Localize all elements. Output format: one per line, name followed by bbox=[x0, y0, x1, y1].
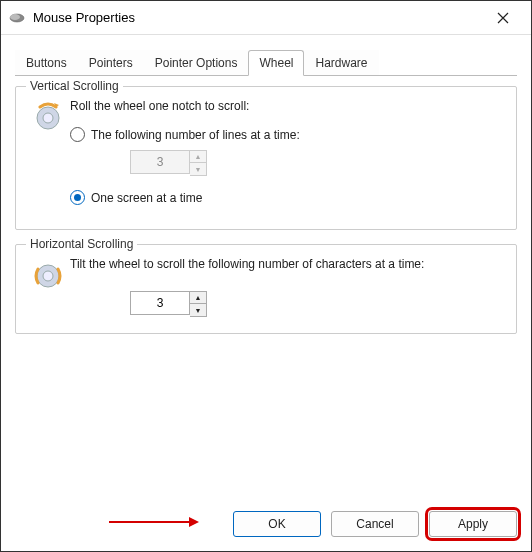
chars-spinner-buttons: ▲ ▼ bbox=[190, 291, 207, 317]
tab-pointers[interactable]: Pointers bbox=[78, 50, 144, 76]
tab-pointer-options[interactable]: Pointer Options bbox=[144, 50, 249, 76]
chars-spinner[interactable]: ▲ ▼ bbox=[130, 291, 506, 317]
titlebar: Mouse Properties bbox=[1, 1, 531, 35]
radio-lines-circle bbox=[70, 127, 85, 142]
svg-point-5 bbox=[43, 271, 53, 281]
lines-spinner: ▲ ▼ bbox=[130, 150, 506, 176]
tab-wheel[interactable]: Wheel bbox=[248, 50, 304, 76]
window-title: Mouse Properties bbox=[33, 10, 483, 25]
radio-lines-label: The following number of lines at a time: bbox=[91, 128, 300, 142]
radio-lines-option[interactable]: The following number of lines at a time: bbox=[70, 127, 506, 142]
mouse-properties-dialog: Mouse Properties Buttons Pointers Pointe… bbox=[0, 0, 532, 552]
horizontal-scrolling-group: Horizontal Scrolling Tilt the wheel to s… bbox=[15, 244, 517, 334]
tab-strip: Buttons Pointers Pointer Options Wheel H… bbox=[1, 35, 531, 75]
vertical-group-title: Vertical Scrolling bbox=[26, 79, 123, 93]
chars-spinner-down[interactable]: ▼ bbox=[190, 304, 206, 316]
vertical-scrolling-group: Vertical Scrolling Roll the wheel one no… bbox=[15, 86, 517, 230]
chars-spinner-up[interactable]: ▲ bbox=[190, 292, 206, 304]
annotation-arrow bbox=[109, 517, 199, 527]
lines-spinner-up: ▲ bbox=[190, 151, 206, 163]
svg-point-1 bbox=[10, 14, 20, 20]
ok-button[interactable]: OK bbox=[233, 511, 321, 537]
mouse-icon bbox=[9, 10, 25, 26]
cancel-button[interactable]: Cancel bbox=[331, 511, 419, 537]
radio-screen-label: One screen at a time bbox=[91, 191, 202, 205]
lines-spinner-buttons: ▲ ▼ bbox=[190, 150, 207, 176]
wheel-horizontal-icon bbox=[26, 257, 70, 291]
close-button[interactable] bbox=[483, 3, 523, 33]
apply-button[interactable]: Apply bbox=[429, 511, 517, 537]
tab-content: Vertical Scrolling Roll the wheel one no… bbox=[1, 76, 531, 501]
tab-hardware[interactable]: Hardware bbox=[304, 50, 378, 76]
tab-buttons[interactable]: Buttons bbox=[15, 50, 78, 76]
radio-screen-option[interactable]: One screen at a time bbox=[70, 190, 506, 205]
lines-spinner-down: ▼ bbox=[190, 163, 206, 175]
wheel-vertical-icon bbox=[26, 99, 70, 133]
horizontal-instruction: Tilt the wheel to scroll the following n… bbox=[70, 257, 506, 271]
svg-point-3 bbox=[43, 113, 53, 123]
horizontal-group-title: Horizontal Scrolling bbox=[26, 237, 137, 251]
vertical-instruction: Roll the wheel one notch to scroll: bbox=[70, 99, 506, 113]
chars-spinner-input[interactable] bbox=[130, 291, 190, 315]
lines-spinner-input bbox=[130, 150, 190, 174]
dialog-footer: OK Cancel Apply bbox=[1, 501, 531, 551]
radio-screen-circle bbox=[70, 190, 85, 205]
